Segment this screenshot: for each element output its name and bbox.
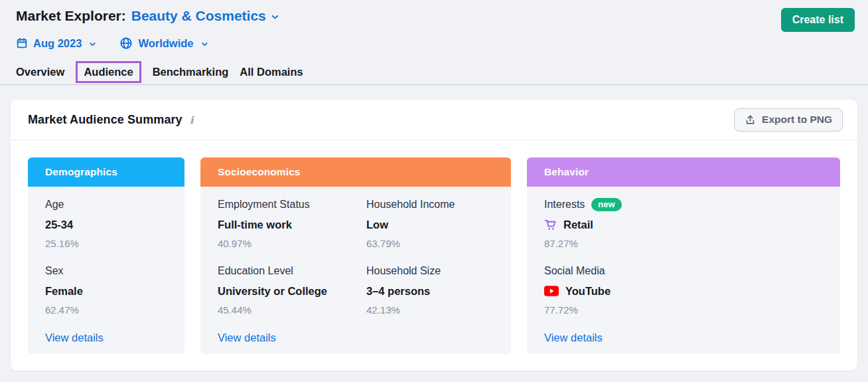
stat-value: YouTube — [565, 284, 611, 298]
chevron-down-icon — [200, 40, 209, 48]
panel-header: Market Audience Summary i Export to PNG — [11, 100, 857, 140]
demographics-view-details-link[interactable]: View details — [45, 331, 104, 344]
behavior-view-details-link[interactable]: View details — [544, 331, 603, 344]
tabs-divider — [0, 84, 868, 85]
page-title: Market Explorer: Beauty & Cosmetics — [16, 8, 280, 24]
stat-label: Employment Status — [218, 198, 366, 211]
stat-label: Household Income — [366, 198, 494, 211]
tab-audience[interactable]: Audience — [76, 61, 141, 83]
stat-label: Interests — [544, 198, 585, 211]
stat-social-media: Social Media YouTube 77.72% — [544, 264, 823, 316]
behavior-card: Behavior Interests new — [527, 157, 840, 354]
stat-value: University or College — [218, 284, 366, 298]
date-filter[interactable]: Aug 2023 — [16, 37, 97, 50]
export-icon — [745, 114, 756, 126]
tab-overview[interactable]: Overview — [16, 66, 64, 78]
chevron-down-icon — [88, 40, 97, 48]
market-audience-summary-panel: Market Audience Summary i Export to PNG … — [11, 100, 857, 371]
stat-household-income: Household Income Low 63.79% — [366, 198, 494, 250]
socioeconomics-card: Socioeconomics Employment Status Full-ti… — [200, 157, 511, 354]
market-name: Beauty & Cosmetics — [131, 8, 266, 24]
demographics-card: Demographics Age 25-34 25.16% Sex Female… — [28, 157, 184, 354]
stat-percent: 63.79% — [366, 237, 494, 250]
stat-value: 25-34 — [45, 218, 167, 231]
stat-interests: Interests new Retail 87.27 — [544, 198, 823, 250]
tab-benchmarking[interactable]: Benchmarking — [153, 66, 229, 78]
export-label: Export to PNG — [762, 114, 832, 126]
export-png-button[interactable]: Export to PNG — [734, 108, 843, 132]
socioeconomics-card-title: Socioeconomics — [218, 166, 301, 178]
page-header: Market Explorer: Beauty & Cosmetics Crea… — [0, 0, 868, 84]
globe-icon — [119, 37, 133, 50]
market-selector[interactable]: Beauty & Cosmetics — [131, 8, 280, 24]
stat-value: Full-time work — [218, 218, 366, 231]
tabs-nav: Overview Audience Benchmarking All Domai… — [16, 59, 855, 84]
panel-title: Market Audience Summary — [28, 113, 182, 127]
stat-label: Education Level — [218, 264, 366, 278]
stat-percent: 87.27% — [544, 237, 823, 250]
socioeconomics-card-header: Socioeconomics — [200, 157, 511, 187]
stat-percent: 45.44% — [218, 304, 366, 316]
demographics-card-header: Demographics — [28, 157, 184, 187]
stat-employment-status: Employment Status Full-time work 40.97% — [218, 198, 366, 250]
behavior-card-body: Interests new Retail 87.27 — [527, 187, 840, 354]
info-icon[interactable]: i — [190, 113, 194, 126]
stat-percent: 42.13% — [366, 304, 494, 316]
region-filter[interactable]: Worldwide — [119, 37, 208, 50]
summary-cards: Demographics Age 25-34 25.16% Sex Female… — [11, 140, 857, 371]
date-filter-value: Aug 2023 — [33, 37, 82, 50]
create-list-label: Create list — [792, 14, 843, 25]
cart-icon — [544, 219, 557, 231]
stat-sex: Sex Female 62.47% — [45, 264, 167, 316]
stat-percent: 62.47% — [45, 304, 167, 316]
stat-label: Household Size — [366, 264, 494, 278]
stat-age: Age 25-34 25.16% — [45, 198, 167, 250]
socioeconomics-view-details-link[interactable]: View details — [218, 331, 276, 344]
stat-label: Sex — [45, 264, 167, 278]
demographics-card-body: Age 25-34 25.16% Sex Female 62.47% View … — [28, 187, 184, 354]
page-title-prefix: Market Explorer: — [16, 8, 126, 24]
stat-label: Social Media — [544, 264, 823, 278]
region-filter-value: Worldwide — [138, 37, 193, 50]
stat-percent: 40.97% — [218, 237, 366, 250]
create-list-button[interactable]: Create list — [781, 8, 855, 32]
stat-percent: 25.16% — [45, 237, 167, 250]
stat-education-level: Education Level University or College 45… — [218, 264, 366, 316]
stat-value: Low — [366, 218, 494, 231]
behavior-card-header: Behavior — [527, 157, 840, 187]
chevron-down-icon — [270, 10, 280, 22]
stat-percent: 77.72% — [544, 304, 823, 316]
filters-row: Aug 2023 Worldwide — [16, 35, 855, 51]
tab-all-domains[interactable]: All Domains — [240, 66, 303, 78]
socioeconomics-card-body: Employment Status Full-time work 40.97% … — [200, 187, 511, 354]
behavior-card-title: Behavior — [544, 166, 589, 178]
stat-household-size: Household Size 3–4 persons 42.13% — [366, 264, 494, 316]
calendar-icon — [16, 37, 28, 49]
stat-label: Age — [45, 198, 167, 211]
demographics-card-title: Demographics — [45, 166, 117, 178]
youtube-icon — [544, 286, 559, 296]
new-badge: new — [591, 198, 621, 211]
stat-value: 3–4 persons — [366, 284, 494, 298]
stat-value: Female — [45, 284, 167, 298]
stat-value: Retail — [563, 218, 593, 231]
